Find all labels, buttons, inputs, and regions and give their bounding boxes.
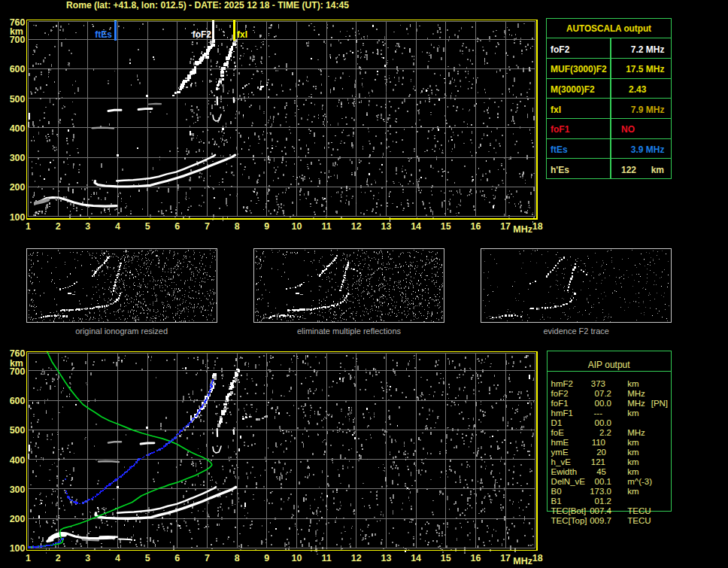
svg-text:MHz: MHz xyxy=(513,224,532,235)
svg-text:173.0: 173.0 xyxy=(590,487,611,496)
svg-text:km: km xyxy=(627,487,639,496)
svg-text:Rome (lat: +41.8, lon: 012.5): Rome (lat: +41.8, lon: 012.5) - DATE: 20… xyxy=(66,0,349,11)
svg-text:MHz: MHz xyxy=(627,399,645,408)
svg-text:00.0: 00.0 xyxy=(595,399,611,408)
svg-text:MHz: MHz xyxy=(513,556,532,566)
svg-text:2: 2 xyxy=(56,221,61,232)
svg-text:07.2: 07.2 xyxy=(595,389,611,398)
svg-text:3.9 MHz: 3.9 MHz xyxy=(631,144,665,155)
svg-text:007.4: 007.4 xyxy=(590,506,611,515)
svg-text:km: km xyxy=(10,26,23,37)
svg-text:00.1: 00.1 xyxy=(595,477,611,486)
svg-text:5: 5 xyxy=(145,221,150,232)
svg-text:fxI: fxI xyxy=(551,105,561,115)
svg-text:TEC[Bot]: TEC[Bot] xyxy=(551,506,587,515)
svg-text:10: 10 xyxy=(292,221,302,232)
svg-text:TECU: TECU xyxy=(627,516,651,525)
svg-text:km: km xyxy=(627,457,639,466)
svg-text:16: 16 xyxy=(471,221,481,232)
svg-text:km: km xyxy=(627,438,639,447)
svg-text:B0: B0 xyxy=(551,487,562,496)
svg-text:11: 11 xyxy=(321,553,331,563)
svg-text:600: 600 xyxy=(10,64,26,74)
svg-text:ymE: ymE xyxy=(551,448,569,457)
svg-text:km: km xyxy=(627,379,639,388)
svg-text:MHz: MHz xyxy=(627,389,645,398)
svg-text:foE: foE xyxy=(551,428,565,437)
svg-text:km: km xyxy=(627,467,639,476)
svg-text:14: 14 xyxy=(411,221,421,232)
svg-text:009.7: 009.7 xyxy=(590,516,611,525)
svg-text:110: 110 xyxy=(592,438,605,447)
svg-text:6: 6 xyxy=(174,553,180,563)
svg-text:NO: NO xyxy=(621,124,635,135)
svg-text:TECU: TECU xyxy=(627,506,651,515)
svg-text:17: 17 xyxy=(500,553,511,563)
svg-text:100: 100 xyxy=(10,212,26,223)
svg-text:foF1: foF1 xyxy=(551,124,570,135)
svg-text:km: km xyxy=(627,409,639,418)
svg-text:122: 122 xyxy=(621,165,636,175)
svg-text:18: 18 xyxy=(532,221,543,232)
svg-text:7: 7 xyxy=(205,553,210,563)
svg-text:B1: B1 xyxy=(551,497,562,506)
svg-text:fxI: fxI xyxy=(237,29,247,40)
svg-text:2: 2 xyxy=(56,553,61,563)
svg-text:foF2: foF2 xyxy=(551,44,570,55)
svg-text:200: 200 xyxy=(10,514,26,524)
svg-text:18: 18 xyxy=(532,553,543,563)
svg-text:TEC[Top]: TEC[Top] xyxy=(551,516,587,525)
svg-text:12: 12 xyxy=(351,221,362,232)
svg-text:200: 200 xyxy=(10,182,26,193)
svg-text:7: 7 xyxy=(205,221,210,232)
svg-text:00.0: 00.0 xyxy=(595,418,611,427)
svg-text:14: 14 xyxy=(411,553,421,563)
svg-text:121: 121 xyxy=(591,457,605,466)
svg-text:15: 15 xyxy=(441,221,451,232)
svg-text:6: 6 xyxy=(174,221,180,232)
svg-text:hmF2: hmF2 xyxy=(551,379,573,388)
svg-text:500: 500 xyxy=(10,425,26,436)
svg-text:AUTOSCALA output: AUTOSCALA output xyxy=(566,23,652,34)
svg-text:01.2: 01.2 xyxy=(595,497,611,506)
svg-text:m^(-3): m^(-3) xyxy=(627,477,652,486)
svg-text:300: 300 xyxy=(10,484,26,495)
svg-text:foF1: foF1 xyxy=(551,399,569,408)
svg-text:D1: D1 xyxy=(551,418,563,427)
svg-text:Ewidth: Ewidth xyxy=(551,467,578,476)
svg-text:45: 45 xyxy=(596,467,606,476)
svg-text:13: 13 xyxy=(381,221,392,232)
svg-text:12: 12 xyxy=(351,553,362,563)
svg-text:7.9 MHz: 7.9 MHz xyxy=(631,105,665,115)
svg-text:---: --- xyxy=(594,409,603,418)
svg-text:3: 3 xyxy=(85,553,90,563)
svg-text:400: 400 xyxy=(10,455,26,466)
svg-text:11: 11 xyxy=(321,221,331,232)
svg-text:ftEs: ftEs xyxy=(551,144,568,155)
svg-text:10: 10 xyxy=(292,553,302,563)
svg-text:8: 8 xyxy=(235,221,240,232)
svg-text:9: 9 xyxy=(264,553,269,563)
svg-text:foF2: foF2 xyxy=(193,29,212,40)
svg-text:eliminate multiple reflections: eliminate multiple reflections xyxy=(297,327,402,336)
svg-text:17.5 MHz: 17.5 MHz xyxy=(626,64,664,74)
svg-text:1: 1 xyxy=(26,553,31,563)
svg-text:M(3000)F2: M(3000)F2 xyxy=(551,84,595,95)
svg-text:hmF1: hmF1 xyxy=(551,409,573,418)
svg-text:5: 5 xyxy=(145,553,150,563)
svg-text:100: 100 xyxy=(10,543,26,554)
svg-text:ftEs: ftEs xyxy=(95,29,112,40)
svg-text:h_vE: h_vE xyxy=(551,457,572,466)
svg-text:hmE: hmE xyxy=(551,438,569,447)
svg-text:original ionogram resized: original ionogram resized xyxy=(75,327,168,336)
svg-text:1: 1 xyxy=(26,221,31,232)
svg-text:15: 15 xyxy=(441,553,451,563)
svg-text:400: 400 xyxy=(10,123,26,134)
svg-text:km: km xyxy=(627,448,639,457)
svg-text:300: 300 xyxy=(10,153,26,163)
svg-text:373: 373 xyxy=(591,379,605,388)
svg-text:17: 17 xyxy=(500,221,511,232)
svg-text:500: 500 xyxy=(10,94,26,105)
svg-text:MUF(3000)F2: MUF(3000)F2 xyxy=(551,64,607,74)
svg-text:AIP output: AIP output xyxy=(588,360,630,370)
